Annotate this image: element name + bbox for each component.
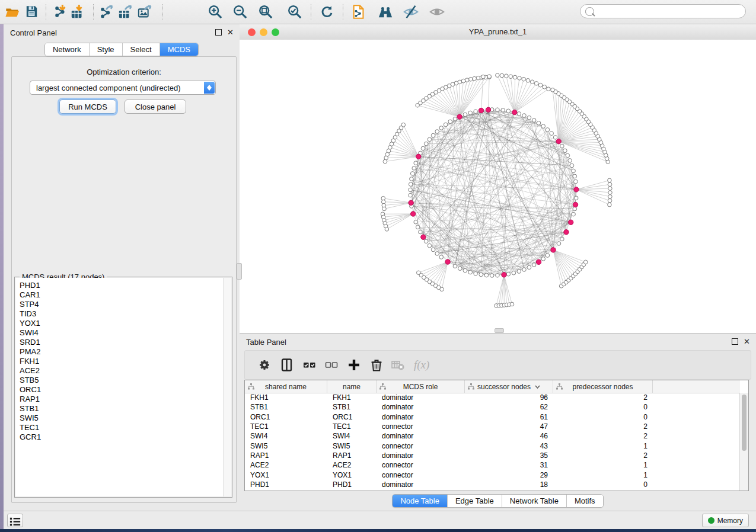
table-row[interactable]: SWI4SWI4dominator462 [245, 431, 740, 441]
column-header-predecessor-nodes[interactable]: predecessor nodes [553, 380, 653, 393]
graph-node[interactable] [543, 85, 547, 89]
graph-node[interactable] [496, 274, 500, 278]
cell-predecessor-nodes[interactable]: 2 [553, 451, 653, 460]
save-session-icon[interactable] [24, 4, 42, 20]
float-table-panel-icon[interactable] [732, 338, 738, 345]
graph-node[interactable] [496, 73, 500, 78]
cell-shared-name[interactable]: TEC1 [245, 422, 327, 431]
cell-name[interactable]: FKH1 [327, 393, 377, 402]
deselect-all-rows-icon[interactable] [323, 356, 340, 374]
graph-node[interactable] [481, 75, 486, 79]
graph-node[interactable] [414, 161, 418, 165]
graph-node[interactable] [409, 188, 413, 192]
new-network-from-selection-icon[interactable] [350, 4, 368, 20]
export-table-icon[interactable] [117, 4, 135, 20]
graph-node[interactable] [517, 112, 521, 116]
run-mcds-button[interactable]: Run MCDS [59, 100, 116, 114]
tab-edge-table[interactable]: Edge Table [448, 495, 502, 507]
graph-node[interactable] [414, 220, 418, 225]
mcds-result-item[interactable]: TID3 [20, 309, 222, 319]
import-table-icon[interactable] [69, 4, 87, 20]
graph-node[interactable] [444, 123, 448, 127]
cell-MCDS-role[interactable]: connector [377, 442, 465, 450]
cell-predecessor-nodes[interactable]: 0 [553, 413, 653, 421]
graph-node[interactable] [547, 87, 551, 91]
graph-node[interactable] [527, 116, 531, 120]
graph-node[interactable] [538, 83, 543, 87]
cell-shared-name[interactable]: YOX1 [245, 471, 327, 479]
cell-shared-name[interactable]: ORC1 [245, 413, 327, 421]
graph-node[interactable] [474, 272, 478, 276]
cell-MCDS-role[interactable]: dominator [377, 451, 465, 460]
graph-node-selected[interactable] [479, 108, 483, 113]
graph-node[interactable] [608, 187, 613, 191]
tab-network-table[interactable]: Network Table [502, 495, 567, 507]
graph-node[interactable] [409, 182, 413, 187]
graph-node[interactable] [439, 255, 444, 259]
cell-predecessor-nodes[interactable]: 1 [553, 461, 653, 469]
graph-node-selected[interactable] [556, 139, 561, 143]
graph-node[interactable] [383, 159, 387, 164]
graph-node[interactable] [424, 239, 428, 243]
graph-node[interactable] [560, 237, 564, 241]
graph-node[interactable] [583, 260, 588, 264]
graph-node[interactable] [382, 207, 387, 211]
graph-node[interactable] [473, 76, 477, 81]
cell-name[interactable]: YOX1 [327, 471, 377, 479]
tab-node-table[interactable]: Node Table [393, 495, 448, 507]
graph-node[interactable] [468, 270, 473, 274]
graph-node[interactable] [385, 227, 389, 232]
search-input[interactable] [594, 5, 745, 17]
graph-node[interactable] [412, 166, 416, 171]
graph-node[interactable] [440, 287, 444, 291]
graph-node[interactable] [573, 207, 577, 211]
delete-column-icon[interactable] [368, 356, 385, 374]
graph-node[interactable] [608, 182, 612, 187]
cell-shared-name[interactable]: STB1 [245, 403, 327, 411]
graph-node-selected[interactable] [416, 154, 421, 159]
graph-node[interactable] [541, 257, 546, 261]
graph-node[interactable] [546, 254, 550, 258]
graph-node-selected[interactable] [457, 114, 462, 119]
graph-node[interactable] [416, 225, 420, 229]
graph-node[interactable] [532, 118, 536, 123]
function-builder-icon[interactable]: f(x) [413, 356, 430, 374]
cell-predecessor-nodes[interactable]: 0 [553, 403, 653, 411]
graph-node[interactable] [574, 196, 578, 200]
table-scrollbar-thumb[interactable] [742, 395, 747, 451]
table-row[interactable]: YOX1YOX1connector291 [245, 470, 740, 479]
graph-node[interactable] [468, 111, 473, 115]
table-row[interactable]: ORC1ORC1dominator610 [245, 412, 740, 422]
zoom-selected-icon[interactable] [286, 4, 304, 20]
graph-node[interactable] [469, 78, 473, 82]
vertical-splitter-handle[interactable] [237, 263, 242, 280]
mcds-result-item[interactable]: SWI4 [20, 328, 222, 338]
mcds-result-item[interactable]: CAR1 [20, 290, 222, 300]
table-row[interactable]: FKH1FKH1dominator962 [245, 393, 740, 402]
graph-node[interactable] [484, 273, 489, 277]
horizontal-splitter-handle[interactable] [495, 328, 504, 333]
graph-node[interactable] [510, 302, 514, 306]
tab-select[interactable]: Select [123, 43, 160, 56]
column-header-name[interactable]: name [327, 380, 377, 393]
mcds-result-list[interactable]: PHD1CAR1STP4TID3YOX1SWI4SRD1PMA2FKH1ACE2… [15, 278, 231, 496]
cell-MCDS-role[interactable]: connector [377, 461, 465, 469]
cell-name[interactable]: PHD1 [327, 480, 377, 489]
graph-node[interactable] [496, 108, 500, 112]
graph-node-selected[interactable] [569, 220, 573, 225]
graph-node[interactable] [557, 242, 561, 246]
add-column-icon[interactable] [345, 356, 363, 374]
cell-successor-nodes[interactable]: 46 [465, 432, 553, 440]
cell-successor-nodes[interactable]: 18 [465, 480, 553, 489]
apply-layout-icon[interactable] [318, 4, 336, 20]
graph-node-selected[interactable] [445, 259, 450, 264]
graph-node[interactable] [424, 142, 428, 146]
close-table-panel-icon[interactable]: ✕ [744, 339, 750, 344]
graph-node[interactable] [505, 74, 509, 78]
graph-node[interactable] [608, 195, 613, 199]
cell-name[interactable]: TEC1 [327, 422, 377, 431]
show-panels-list-button[interactable] [7, 514, 23, 527]
graph-node[interactable] [435, 130, 439, 134]
graph-node[interactable] [563, 149, 567, 153]
column-header-successor-nodes[interactable]: successor nodes [465, 380, 553, 393]
